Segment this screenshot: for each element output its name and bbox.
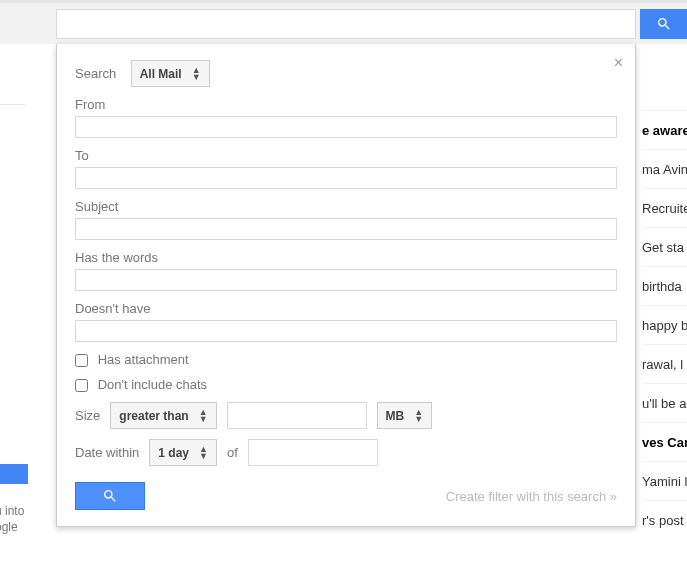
mail-row-fragment[interactable]: u'll be a	[642, 383, 687, 422]
size-value-input[interactable]	[227, 402, 367, 429]
sort-arrows-icon: ▲▼	[199, 409, 208, 423]
date-range-select[interactable]: 1 day ▲▼	[149, 439, 217, 466]
mail-row-fragment[interactable]: rawal, l	[642, 344, 687, 383]
dont-include-chats-label: Don't include chats	[98, 377, 207, 392]
mail-row-fragment[interactable]: r's post	[642, 500, 687, 539]
size-unit-value: MB	[386, 409, 405, 423]
create-filter-link[interactable]: Create filter with this search »	[446, 489, 617, 504]
left-sidebar-fragment: u into ogle	[0, 44, 30, 562]
date-input[interactable]	[248, 439, 378, 466]
size-operator-value: greater than	[119, 409, 188, 423]
close-icon[interactable]: ×	[614, 54, 623, 72]
mail-row-fragment[interactable]: birthda	[642, 266, 687, 305]
mail-list-fragment: e awarema AvinRecruiteGet stabirthdahapp…	[642, 110, 687, 539]
advanced-search-panel: × Search All Mail ▲▼ From To Subject Has…	[56, 44, 636, 527]
search-icon	[656, 16, 672, 32]
mail-row-fragment[interactable]: ma Avin	[642, 149, 687, 188]
sort-arrows-icon: ▲▼	[192, 67, 201, 81]
search-scope-select[interactable]: All Mail ▲▼	[131, 60, 210, 87]
date-within-label: Date within	[75, 445, 139, 460]
sidebar-text-2: ogle	[0, 520, 18, 534]
sort-arrows-icon: ▲▼	[199, 446, 208, 460]
top-bar	[0, 0, 687, 44]
mail-row-fragment[interactable]: ves Car	[642, 422, 687, 461]
mail-row-fragment[interactable]: Yamini l	[642, 461, 687, 500]
search-scope-value: All Mail	[140, 67, 182, 81]
size-unit-select[interactable]: MB ▲▼	[377, 402, 433, 429]
search-scope-label: Search	[75, 66, 116, 81]
size-operator-select[interactable]: greater than ▲▼	[110, 402, 216, 429]
mail-row-fragment[interactable]: e aware	[642, 110, 687, 149]
search-input[interactable]	[56, 9, 636, 39]
doesnt-have-label: Doesn't have	[75, 301, 617, 316]
date-of-label: of	[227, 445, 238, 460]
has-attachment-label: Has attachment	[98, 352, 189, 367]
date-range-value: 1 day	[158, 446, 189, 460]
size-label: Size	[75, 408, 100, 423]
subject-input[interactable]	[75, 218, 617, 240]
mail-row-fragment[interactable]: Recruite	[642, 188, 687, 227]
sidebar-divider	[0, 104, 25, 105]
dont-include-chats-checkbox[interactable]	[75, 379, 88, 392]
subject-label: Subject	[75, 199, 617, 214]
from-label: From	[75, 97, 617, 112]
search-icon	[102, 488, 118, 504]
sidebar-text-1: u into	[0, 504, 24, 518]
to-label: To	[75, 148, 617, 163]
search-button[interactable]	[640, 9, 687, 39]
sort-arrows-icon: ▲▼	[414, 409, 423, 423]
has-words-input[interactable]	[75, 269, 617, 291]
to-input[interactable]	[75, 167, 617, 189]
has-words-label: Has the words	[75, 250, 617, 265]
doesnt-have-input[interactable]	[75, 320, 617, 342]
compose-button-fragment[interactable]	[0, 464, 28, 484]
mail-row-fragment[interactable]: happy b	[642, 305, 687, 344]
mail-row-fragment[interactable]: Get sta	[642, 227, 687, 266]
from-input[interactable]	[75, 116, 617, 138]
search-submit-button[interactable]	[75, 482, 145, 510]
has-attachment-checkbox[interactable]	[75, 354, 88, 367]
